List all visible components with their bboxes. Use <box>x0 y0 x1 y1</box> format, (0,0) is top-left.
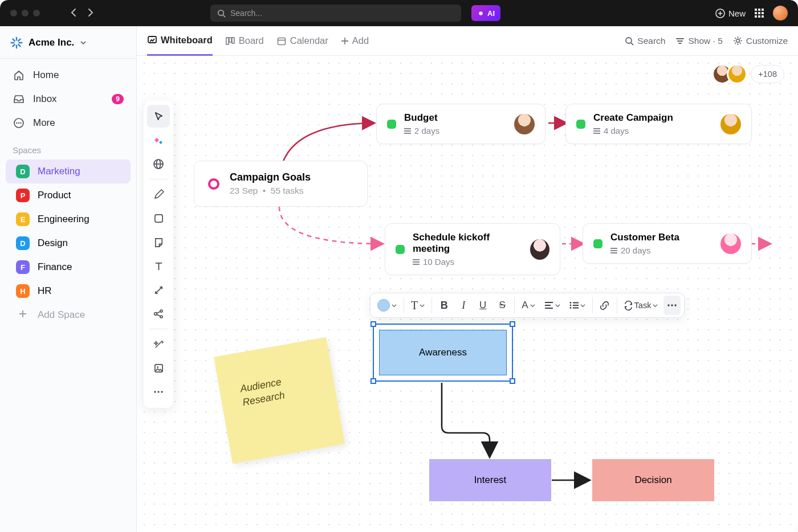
tab-label: Calendar <box>290 35 328 46</box>
space-engineering[interactable]: E Engineering <box>6 207 131 231</box>
global-search[interactable]: Search... <box>210 5 461 22</box>
more-options-button[interactable] <box>663 296 681 315</box>
svg-point-15 <box>20 122 21 124</box>
align-button[interactable] <box>541 296 564 315</box>
ai-button[interactable]: AI <box>471 5 500 21</box>
tool-ai[interactable] <box>147 129 170 152</box>
shape-interest[interactable]: Interest <box>429 459 551 501</box>
space-hr[interactable]: H HR <box>6 279 131 303</box>
shape-awareness[interactable]: Awareness <box>379 330 507 375</box>
shape-text: Decision <box>634 474 671 486</box>
nav-back-button[interactable] <box>65 5 82 21</box>
resize-handle[interactable] <box>370 378 376 384</box>
status-ring-icon <box>208 178 219 190</box>
sidebar-item-inbox[interactable]: Inbox 9 <box>0 87 136 111</box>
new-button[interactable]: New <box>715 9 746 18</box>
sidebar-item-label: More <box>33 117 55 129</box>
node-meta: 23 Sep • 55 tasks <box>230 186 311 196</box>
tool-select[interactable] <box>147 105 170 128</box>
presence-avatars[interactable]: +108 <box>718 64 784 84</box>
convert-task-button[interactable]: Task <box>621 296 662 315</box>
resize-handle[interactable] <box>510 321 515 327</box>
node-title: Campaign Goals <box>230 171 311 183</box>
nav-forward-button[interactable] <box>82 5 99 21</box>
node-kickoff[interactable]: Schedule kickoff meeting 10 Days <box>385 223 560 275</box>
link-button[interactable] <box>596 296 613 315</box>
text-color-button[interactable]: A <box>518 296 538 315</box>
tool-web[interactable] <box>147 153 170 175</box>
tool-connector[interactable] <box>147 279 170 301</box>
space-finance[interactable]: F Finance <box>6 255 131 279</box>
strike-button[interactable]: S <box>494 296 511 315</box>
sidebar-item-label: Home <box>33 69 59 81</box>
svg-point-27 <box>569 307 571 309</box>
view-show[interactable]: Show · 5 <box>675 36 722 46</box>
status-square-icon <box>576 120 585 129</box>
svg-rect-17 <box>226 38 229 44</box>
node-meta: 10 Days <box>413 257 522 267</box>
whiteboard-canvas[interactable]: +108 <box>137 56 798 532</box>
svg-point-39 <box>157 366 158 368</box>
search-icon <box>625 36 634 46</box>
sidebar-item-home[interactable]: Home <box>0 63 136 87</box>
status-square-icon <box>593 239 602 248</box>
node-title: Customer Beta <box>610 232 679 243</box>
tool-text[interactable] <box>147 255 170 277</box>
sidebar-item-label: Inbox <box>33 93 57 105</box>
space-marketing[interactable]: D Marketing <box>6 159 131 183</box>
tool-magic[interactable] <box>147 333 170 355</box>
italic-button[interactable]: I <box>455 296 472 315</box>
tool-shape[interactable] <box>147 207 170 230</box>
space-product[interactable]: P Product <box>6 183 131 207</box>
list-button[interactable] <box>566 296 589 315</box>
node-campaign-goals[interactable]: Campaign Goals 23 Sep • 55 tasks <box>194 161 368 207</box>
view-search[interactable]: Search <box>625 36 665 46</box>
description-icon <box>593 128 600 134</box>
tab-calendar[interactable]: Calendar <box>276 26 328 56</box>
tool-pen[interactable] <box>147 183 170 206</box>
bold-button[interactable]: B <box>435 296 453 315</box>
tab-label: Add <box>352 35 369 46</box>
add-space[interactable]: Add Space <box>6 303 131 327</box>
inbox-badge: 9 <box>112 94 124 104</box>
node-budget[interactable]: Budget 2 days <box>376 104 545 144</box>
svg-point-26 <box>569 305 571 306</box>
view-customize[interactable]: Customize <box>733 36 788 46</box>
tool-image[interactable] <box>147 357 170 379</box>
workspace-name: Acme Inc. <box>28 37 74 48</box>
node-customer-beta[interactable]: Customer Beta 20 days <box>583 223 752 264</box>
main: Whiteboard Board Calendar Add Search <box>137 26 798 532</box>
space-design[interactable]: D Design <box>6 231 131 255</box>
sidebar-item-more[interactable]: More <box>0 111 136 135</box>
svg-point-2 <box>479 11 483 15</box>
resize-handle[interactable] <box>370 321 376 327</box>
tool-more[interactable] <box>147 380 170 403</box>
shape-decision[interactable]: Decision <box>592 459 714 501</box>
tab-board[interactable]: Board <box>225 26 264 56</box>
tool-sticky[interactable] <box>147 231 170 253</box>
resize-handle[interactable] <box>510 378 515 384</box>
node-title: Create Campaign <box>593 112 673 124</box>
node-create-campaign[interactable]: Create Campaign 4 days <box>565 104 752 144</box>
user-avatar[interactable] <box>773 6 788 21</box>
svg-point-40 <box>154 391 156 392</box>
connector-icon <box>153 285 164 296</box>
svg-rect-19 <box>232 38 234 43</box>
assignee-avatar <box>720 114 741 134</box>
space-label: Marketing <box>38 166 80 177</box>
status-square-icon <box>387 120 396 129</box>
sticky-note[interactable]: Audience Research <box>214 337 345 464</box>
workspace-switcher[interactable]: Acme Inc. <box>0 31 136 58</box>
font-button[interactable]: T <box>408 296 428 315</box>
fill-color-button[interactable] <box>374 296 400 315</box>
more-icon <box>13 117 25 129</box>
tab-whiteboard[interactable]: Whiteboard <box>147 26 213 56</box>
color-swatch-icon <box>377 299 390 312</box>
underline-button[interactable]: U <box>474 296 491 315</box>
tool-mindmap[interactable] <box>147 302 170 325</box>
traffic-lights <box>10 10 40 17</box>
apps-grid-icon[interactable] <box>755 9 764 18</box>
list-icon <box>569 301 579 309</box>
svg-line-11 <box>18 39 20 41</box>
add-view[interactable]: Add <box>341 26 369 56</box>
